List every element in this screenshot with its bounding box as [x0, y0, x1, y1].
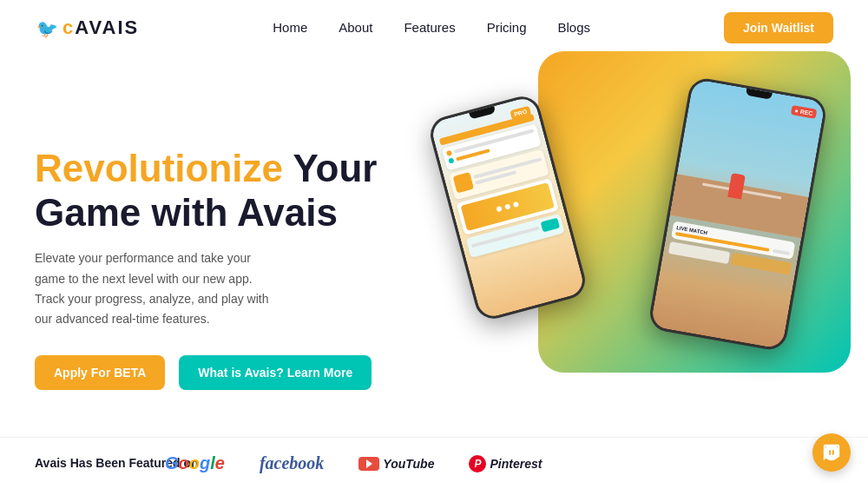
logo[interactable]: 🐦 cAVAIS [35, 16, 139, 40]
youtube-text: YouTube [383, 457, 434, 471]
hero-buttons: Apply For BETA What is Avais? Learn More [35, 355, 434, 390]
logo-icon: 🐦 [35, 16, 59, 40]
featured-label: Avais Has Been Featured on [35, 455, 139, 471]
nav-item-features[interactable]: Features [404, 20, 455, 36]
google-logo: Google [165, 453, 225, 473]
pinterest-logo: P Pinterest [469, 455, 542, 472]
youtube-icon [358, 457, 379, 471]
navbar: 🐦 cAVAIS Home About Features Pricing Blo… [0, 0, 868, 56]
pinterest-text: Pinterest [490, 457, 542, 471]
nav-item-pricing[interactable]: Pricing [487, 20, 527, 36]
apply-beta-button[interactable]: Apply For BETA [35, 355, 165, 390]
nav-item-about[interactable]: About [339, 20, 372, 36]
svg-text:🐦: 🐦 [36, 18, 58, 39]
brand-logos: Google facebook YouTube P Pinterest [165, 453, 833, 473]
learn-more-button[interactable]: What is Avais? Learn More [179, 355, 372, 390]
nav-item-blogs[interactable]: Blogs [558, 20, 591, 36]
featured-bar: Avais Has Been Featured on Google facebo… [0, 437, 868, 489]
youtube-logo: YouTube [358, 457, 434, 471]
hero-title-highlight: Revolutionize [35, 147, 283, 189]
logo-text: cAVAIS [62, 17, 139, 39]
chat-bubble-button[interactable] [812, 433, 851, 472]
nav-links: Home About Features Pricing Blogs [273, 20, 590, 36]
hero-section: Revolutionize Your Game with Avais Eleva… [0, 56, 868, 455]
hero-description: Elevate your performance and take your g… [35, 248, 273, 328]
chat-icon [822, 443, 841, 462]
hero-title: Revolutionize Your Game with Avais [35, 147, 434, 235]
pinterest-icon: P [469, 455, 486, 472]
hero-visual: PRO LIVE MATCH [434, 77, 833, 451]
facebook-logo: facebook [260, 453, 324, 473]
join-waitlist-button[interactable]: Join Waitlist [724, 12, 833, 43]
nav-item-home[interactable]: Home [273, 20, 307, 36]
hero-content: Revolutionize Your Game with Avais Eleva… [35, 138, 434, 390]
